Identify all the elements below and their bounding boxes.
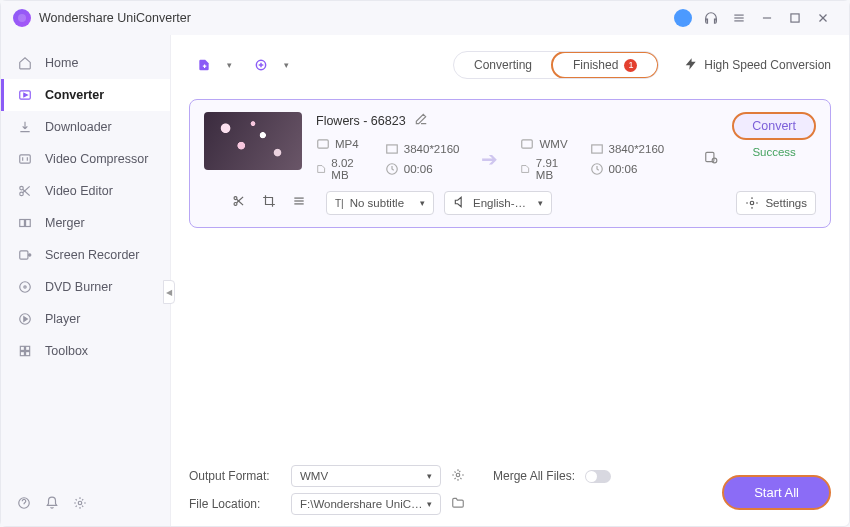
sidebar-item-converter[interactable]: Converter <box>1 79 170 111</box>
svg-point-27 <box>78 501 82 505</box>
svg-marker-8 <box>24 93 27 97</box>
high-speed-toggle[interactable]: High Speed Conversion <box>684 57 831 74</box>
add-file-dropdown[interactable]: ▾ <box>227 60 232 70</box>
open-folder-icon[interactable] <box>451 496 465 513</box>
tab-converting[interactable]: Converting <box>454 52 552 78</box>
sidebar-item-dvd[interactable]: DVD Burner <box>1 271 170 303</box>
sidebar-item-label: Toolbox <box>45 344 88 358</box>
file-name: Flowers - 66823 <box>316 114 406 128</box>
file-card: Flowers - 66823 MP4 8.02 MB 3840*2160 00… <box>189 99 831 228</box>
merge-toggle[interactable] <box>585 470 611 483</box>
convert-button[interactable]: Convert <box>732 112 816 140</box>
recorder-icon <box>17 247 33 263</box>
sidebar-item-recorder[interactable]: Screen Recorder <box>1 239 170 271</box>
status-text: Success <box>752 146 795 158</box>
add-folder-button[interactable] <box>246 50 276 80</box>
menu-icon[interactable] <box>725 4 753 32</box>
start-all-button[interactable]: Start All <box>722 475 831 510</box>
output-settings-icon[interactable] <box>704 150 718 168</box>
close-button[interactable] <box>809 4 837 32</box>
settings-button[interactable]: Settings <box>736 191 816 215</box>
dst-duration: 00:06 <box>590 162 665 176</box>
svg-point-40 <box>234 202 237 205</box>
svg-point-18 <box>20 282 31 293</box>
status-tabs: Converting Finished1 <box>453 51 659 79</box>
sidebar-item-player[interactable]: Player <box>1 303 170 335</box>
bell-icon[interactable] <box>45 496 59 514</box>
sidebar-item-label: Screen Recorder <box>45 248 140 262</box>
lightning-icon <box>684 57 698 74</box>
edit-name-icon[interactable] <box>414 112 428 129</box>
sidebar-item-label: Player <box>45 312 80 326</box>
sidebar-item-label: Video Editor <box>45 184 113 198</box>
svg-marker-21 <box>24 317 27 322</box>
sidebar-item-label: Video Compressor <box>45 152 148 166</box>
video-thumbnail[interactable] <box>204 112 302 170</box>
svg-rect-24 <box>20 352 24 356</box>
sidebar-item-merger[interactable]: Merger <box>1 207 170 239</box>
disc-icon <box>17 279 33 295</box>
svg-rect-23 <box>26 346 30 350</box>
svg-point-19 <box>24 286 26 288</box>
svg-rect-9 <box>20 155 31 163</box>
sidebar-item-compressor[interactable]: Video Compressor <box>1 143 170 175</box>
svg-rect-15 <box>26 220 31 227</box>
dst-resolution: 3840*2160 <box>590 142 665 156</box>
sidebar-item-label: Merger <box>45 216 85 230</box>
add-folder-dropdown[interactable]: ▾ <box>284 60 289 70</box>
svg-point-39 <box>234 197 237 200</box>
svg-rect-35 <box>591 145 602 153</box>
tab-label: Converting <box>474 58 532 72</box>
output-format-label: Output Format: <box>189 469 281 483</box>
high-speed-label: High Speed Conversion <box>704 58 831 72</box>
src-duration: 00:06 <box>385 162 460 176</box>
sidebar: Home Converter Downloader Video Compress… <box>1 35 171 526</box>
app-title: Wondershare UniConverter <box>39 11 191 25</box>
svg-rect-14 <box>20 220 25 227</box>
scissors-icon <box>17 183 33 199</box>
output-format-value: WMV <box>300 470 328 482</box>
src-resolution: 3840*2160 <box>385 142 460 156</box>
help-icon[interactable] <box>17 496 31 514</box>
file-location-value: F:\Wondershare UniConverter <box>300 498 427 510</box>
maximize-button[interactable] <box>781 4 809 32</box>
svg-rect-22 <box>20 346 24 350</box>
crop-icon[interactable] <box>262 194 276 212</box>
subtitle-select[interactable]: T|No subtitle▾ <box>326 191 434 215</box>
svg-point-46 <box>751 201 755 205</box>
output-format-select[interactable]: WMV▾ <box>291 465 441 487</box>
settings-icon[interactable] <box>73 496 87 514</box>
add-file-button[interactable] <box>189 50 219 80</box>
converter-icon <box>17 87 33 103</box>
svg-point-47 <box>456 473 460 477</box>
minimize-button[interactable] <box>753 4 781 32</box>
support-icon[interactable] <box>697 4 725 32</box>
sidebar-item-downloader[interactable]: Downloader <box>1 111 170 143</box>
output-settings-icon[interactable] <box>451 468 465 485</box>
tab-finished[interactable]: Finished1 <box>551 51 659 79</box>
svg-rect-25 <box>26 352 30 356</box>
sidebar-item-label: Home <box>45 56 78 70</box>
src-format: MP4 <box>316 137 363 151</box>
play-icon <box>17 311 33 327</box>
compressor-icon <box>17 151 33 167</box>
sidebar-item-label: Downloader <box>45 120 112 134</box>
audio-select[interactable]: English-Advan...▾ <box>444 191 552 215</box>
user-avatar[interactable] <box>669 4 697 32</box>
sidebar-item-editor[interactable]: Video Editor <box>1 175 170 207</box>
effect-icon[interactable] <box>292 194 306 212</box>
sidebar-item-toolbox[interactable]: Toolbox <box>1 335 170 367</box>
sidebar-item-label: DVD Burner <box>45 280 112 294</box>
settings-label: Settings <box>765 197 807 209</box>
sidebar-item-home[interactable]: Home <box>1 47 170 79</box>
svg-rect-31 <box>318 140 329 148</box>
dst-size: 7.91 MB <box>520 157 567 181</box>
file-location-select[interactable]: F:\Wondershare UniConverter▾ <box>291 493 441 515</box>
audio-value: English-Advan... <box>473 197 532 209</box>
sidebar-item-label: Converter <box>45 88 104 102</box>
svg-rect-34 <box>522 140 533 148</box>
trim-icon[interactable] <box>232 194 246 212</box>
arrow-icon: ➔ <box>481 147 498 171</box>
home-icon <box>17 55 33 71</box>
merger-icon <box>17 215 33 231</box>
